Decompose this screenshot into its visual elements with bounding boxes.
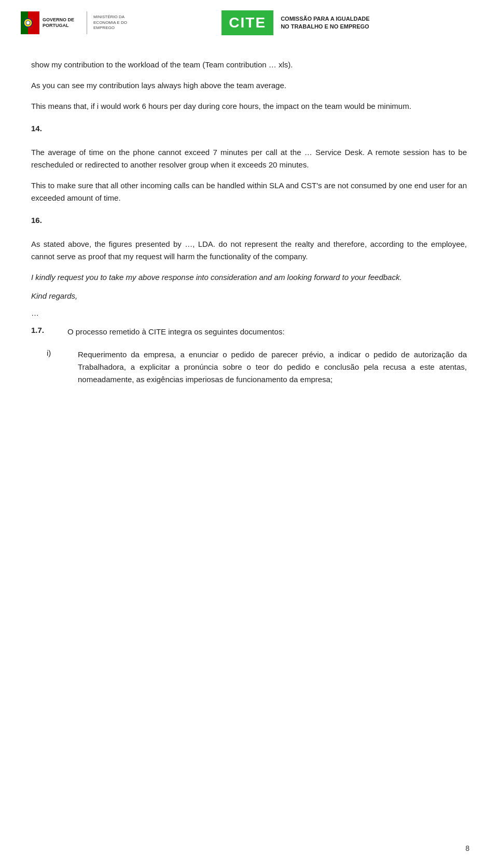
- gov-portugal-logo: GOVERNO DE PORTUGAL: [21, 11, 74, 34]
- ministerio-text: MINISTÉRIO DA ECONOMIA E DO EMPREGO: [93, 15, 145, 31]
- document-list: i) Requerimento da empresa, a enunciar o…: [31, 348, 467, 386]
- header-center: CITE COMISSÃO PARA A IGUALDADE NO TRABAL…: [145, 10, 446, 35]
- header-left-logos: GOVERNO DE PORTUGAL MINISTÉRIO DA ECONOM…: [21, 11, 145, 34]
- section-17-label: 1.7.: [31, 326, 67, 334]
- paragraph-5: This to make sure that all other incomin…: [31, 179, 467, 204]
- section-17-text: O processo remetido à CITE integra os se…: [67, 326, 467, 338]
- gov-text: GOVERNO DE PORTUGAL: [43, 17, 74, 29]
- section-14-label: 14.: [31, 124, 42, 133]
- page-number: 8: [465, 844, 469, 852]
- section-17-row: 1.7. O processo remetido à CITE integra …: [31, 326, 467, 338]
- ellipsis: …: [31, 309, 467, 317]
- paragraph-1: show my contribution to the workload of …: [31, 59, 467, 71]
- list-item-i-row: i) Requerimento da empresa, a enunciar o…: [31, 348, 467, 386]
- cite-full-name: COMISSÃO PARA A IGUALDADE NO TRABALHO E …: [281, 15, 370, 31]
- portugal-flag-icon: [21, 11, 39, 34]
- section-14-row: 14.: [31, 121, 467, 138]
- header: GOVERNO DE PORTUGAL MINISTÉRIO DA ECONOM…: [0, 0, 498, 43]
- page: GOVERNO DE PORTUGAL MINISTÉRIO DA ECONOM…: [0, 0, 498, 868]
- paragraph-4: The average of time on the phone cannot …: [31, 146, 467, 171]
- section-16-row: 16.: [31, 213, 467, 230]
- list-item-i-label: i): [47, 348, 78, 357]
- paragraph-7-italic: I kindly request you to take my above re…: [31, 271, 467, 284]
- cite-acronym: CITE: [222, 10, 273, 35]
- list-item-i-content: Requerimento da empresa, a enunciar o pe…: [78, 348, 467, 386]
- paragraph-6: As stated above, the figures presented b…: [31, 238, 467, 263]
- header-divider: [87, 11, 87, 34]
- svg-point-3: [26, 21, 30, 25]
- section-16-label: 16.: [31, 216, 42, 225]
- paragraph-2: As you can see my contribution lays alwa…: [31, 79, 467, 92]
- main-content: show my contribution to the workload of …: [0, 43, 498, 415]
- paragraph-8-italic: Kind regards,: [31, 290, 467, 302]
- paragraph-3: This means that, if i would work 6 hours…: [31, 100, 467, 113]
- cite-logo: CITE COMISSÃO PARA A IGUALDADE NO TRABAL…: [222, 10, 369, 35]
